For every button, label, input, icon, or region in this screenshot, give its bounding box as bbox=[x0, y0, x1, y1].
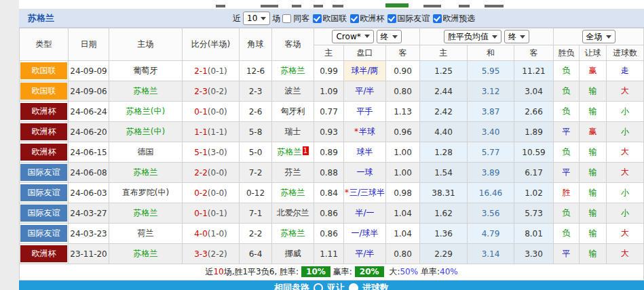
home-team: 苏格兰 bbox=[109, 203, 183, 224]
same-away-label: 同客 bbox=[293, 13, 309, 24]
goals-result-cell: 大 bbox=[607, 224, 644, 244]
avg-home-odds: 2.42 bbox=[420, 102, 468, 122]
fulltime-score: 5-1 bbox=[194, 148, 208, 157]
avg-away-odds: 1.89 bbox=[514, 122, 554, 142]
col-header-away: 客场 bbox=[272, 28, 314, 61]
col-header-handicap: 盘口 bbox=[344, 45, 386, 61]
odds-time-select-2[interactable]: 终 bbox=[504, 30, 529, 43]
col-header-odds-home: 主 bbox=[314, 45, 344, 61]
same-away-checkbox[interactable] bbox=[282, 14, 291, 23]
home-team-name: 葡萄牙 bbox=[134, 66, 158, 75]
match-date: 24-03-23 bbox=[69, 224, 109, 244]
result-cell: 负 bbox=[554, 203, 580, 224]
match-score: 2-3(0-2) bbox=[183, 81, 240, 102]
match-type-cell: 欧国联 bbox=[20, 81, 69, 102]
avg-away-odds: 6.17 bbox=[514, 163, 554, 183]
result-cell: 平 bbox=[554, 163, 580, 183]
fulltime-score: 4-0 bbox=[194, 229, 208, 239]
competition-checkbox-0[interactable] bbox=[313, 14, 322, 23]
avg-draw-odds: 5.95 bbox=[468, 61, 514, 81]
handicap-text: 一球 bbox=[357, 167, 373, 177]
handicap-result-cell: 输 bbox=[580, 81, 607, 102]
away-team: 北爱尔兰 bbox=[272, 203, 314, 224]
match-date: 24-06-03 bbox=[69, 183, 109, 203]
goals-label: 进球数 bbox=[362, 282, 389, 290]
red-card-badge: 1 bbox=[303, 146, 309, 155]
match-score: 2-1(0-1) bbox=[183, 61, 240, 81]
result-cell: 负 bbox=[554, 102, 580, 122]
games-label: 场 bbox=[272, 13, 280, 24]
handicap-text: 半/一 bbox=[355, 208, 374, 218]
col-header-avg-home: 主 bbox=[420, 45, 468, 61]
home-team: 苏格兰(中) bbox=[109, 122, 183, 142]
avg-home-odds: 1.54 bbox=[420, 163, 468, 183]
handicap-text: 一/球半 bbox=[351, 228, 378, 238]
select-header-row: 类型 日期 主场 比分(半场) 角球 客场 Crow* 终 胜平负均值 终 bbox=[20, 28, 644, 45]
bookmaker-select[interactable]: Crow* bbox=[332, 30, 373, 43]
stats-text: 场,胜1平3负6, 胜率: bbox=[224, 267, 299, 276]
col-header-avg-draw: 和 bbox=[468, 45, 514, 61]
home-team-name: 苏格兰 bbox=[134, 167, 158, 177]
competition-checkbox-3[interactable] bbox=[433, 14, 442, 23]
away-odds: 0.80 bbox=[386, 244, 420, 264]
match-score: 0-1(0-0) bbox=[183, 102, 240, 122]
halftime-score: (2-2) bbox=[208, 249, 227, 259]
stats-footer-row: 近10场,胜1平3负6, 胜率:10%赢率:20% 大:50% 单率:40% bbox=[20, 264, 644, 281]
competition-badge: 欧国联 bbox=[20, 83, 67, 100]
fulltime-score: 2-1 bbox=[194, 66, 208, 76]
col-header-type: 类型 bbox=[20, 28, 69, 61]
away-team-name: 北爱尔兰 bbox=[277, 208, 309, 218]
asian-handicap-radio[interactable] bbox=[314, 283, 323, 290]
halftime-score: (1-1) bbox=[208, 127, 227, 137]
halftime-score: (0-0) bbox=[208, 168, 227, 178]
section-bar-label: 相同盘路 bbox=[274, 282, 309, 290]
competition-badge: 国际友谊 bbox=[20, 225, 67, 242]
home-team: 葡萄牙 bbox=[109, 61, 183, 81]
away-odds: 0.80 bbox=[386, 81, 420, 102]
filter-bar: 近 10 场 同客 欧国联 欧洲杯 国际友谊 bbox=[233, 9, 475, 27]
home-team-name: 荷兰 bbox=[138, 228, 154, 238]
odds-time-select-1[interactable]: 终 bbox=[377, 30, 402, 43]
result-cell: 负 bbox=[554, 81, 580, 102]
competition-checkbox-1[interactable] bbox=[350, 14, 359, 23]
same-trend-section-bar: 相同盘路 亚让 进球数 bbox=[19, 281, 644, 290]
goals-radio[interactable] bbox=[349, 283, 358, 290]
home-team: 苏格兰 bbox=[109, 244, 183, 264]
result-cell: 负 bbox=[554, 224, 580, 244]
away-team: 瑞士 bbox=[272, 122, 314, 142]
chevron-down-icon bbox=[492, 35, 497, 39]
stats-text: 赢率: bbox=[333, 267, 352, 276]
away-team-name: 苏格兰 bbox=[281, 228, 305, 238]
avg-draw-odds: 3.14 bbox=[468, 244, 514, 264]
corner-count: 12-6 bbox=[240, 61, 272, 81]
avg-type-select[interactable]: 胜平负均值 bbox=[444, 30, 501, 43]
scope-select[interactable]: 全场 bbox=[582, 30, 615, 43]
avg-select-group: 胜平负均值 终 bbox=[420, 28, 554, 45]
avg-draw-odds: 3.56 bbox=[468, 203, 514, 224]
away-team: 苏格兰1 bbox=[272, 142, 314, 163]
match-date: 24-06-15 bbox=[69, 142, 109, 163]
competition-filter-2: 国际友谊 bbox=[387, 13, 430, 24]
match-score: 2-2(0-0) bbox=[183, 163, 240, 183]
handicap-win-rate-badge: 20% bbox=[355, 266, 384, 277]
avg-away-odds: 8.01 bbox=[514, 224, 554, 244]
team-title: 苏格兰 bbox=[28, 12, 54, 24]
match-date: 24-09-06 bbox=[69, 81, 109, 102]
chevron-down-icon bbox=[606, 35, 611, 39]
fulltime-score: 0-1 bbox=[194, 209, 208, 218]
corner-count: 0-12 bbox=[240, 183, 272, 203]
handicap-text: 半球 bbox=[359, 127, 375, 136]
match-row: 国际友谊24-06-08苏格兰2-2(0-0)7-2芬兰0.88一球1.001.… bbox=[20, 163, 644, 183]
goals-result-cell: 大 bbox=[607, 81, 644, 102]
clipped-previous-section bbox=[19, 0, 644, 9]
avg-draw-value: 16.46 bbox=[479, 188, 502, 198]
goals-result-cell: 走 bbox=[607, 61, 644, 81]
avg-draw-odds: 3.12 bbox=[468, 81, 514, 102]
chevron-down-icon bbox=[261, 17, 266, 20]
games-count-select[interactable]: 10 bbox=[243, 12, 270, 25]
receive-handicap-mark: * bbox=[354, 127, 358, 136]
home-team: 直布罗陀(中) bbox=[109, 183, 183, 203]
avg-draw-odds: 5.77 bbox=[468, 142, 514, 163]
home-team-name: 苏格兰(中) bbox=[126, 106, 165, 116]
competition-checkbox-2[interactable] bbox=[387, 14, 396, 23]
